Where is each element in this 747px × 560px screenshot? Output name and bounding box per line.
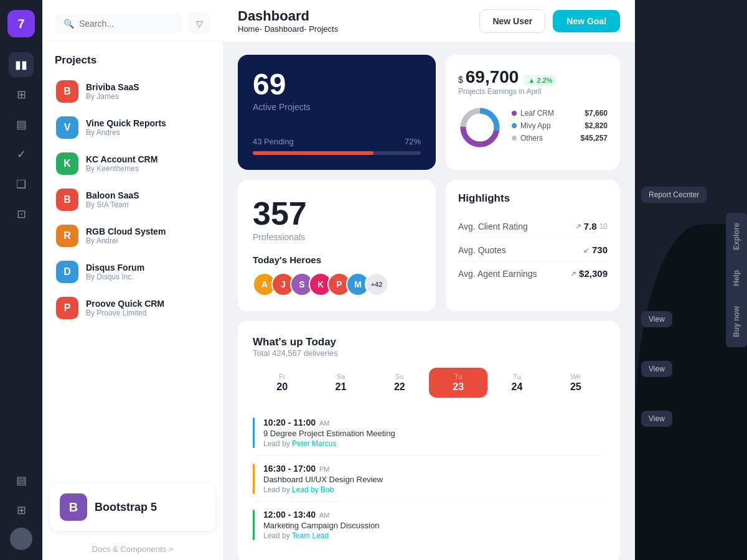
nav-icon-briefcase[interactable]: ⊡ [9,202,34,226]
bootstrap-banner[interactable]: B Bootstrap 5 [50,483,215,531]
active-projects-number: 69 [253,70,421,100]
legend-dot [512,123,517,128]
left-navigation: 7 ▮▮ ⊞ ▤ ✓ ❑ ⊡ ▤ ⊞ [0,0,42,560]
new-user-button[interactable]: New User [479,9,545,33]
date-item[interactable]: We 25 [547,368,605,398]
project-item[interactable]: B Briviba SaaS By James [50,74,215,109]
earnings-subtitle: Projects Earnings in April [458,87,608,96]
date-item[interactable]: Sa 21 [311,368,370,398]
project-logo: B [56,80,78,103]
filter-button[interactable]: ▽ [188,12,210,35]
date-item-active[interactable]: Tu 23 [429,368,487,398]
project-item[interactable]: V Vine Quick Reports By Andres [50,110,215,145]
project-item[interactable]: P Proove Quick CRM By Proove Limited [50,291,215,325]
nav-icon-grid[interactable]: ⊞ [9,82,34,107]
sidebar: 🔍 ▽ Projects B Briviba SaaS By James V V… [42,0,223,560]
heroes-title: Today's Heroes [253,254,421,265]
view-button-3[interactable]: View [641,411,672,427]
nav-icon-dashboard[interactable]: ▮▮ [9,52,34,77]
calendar-subtitle: Total 424,567 deliveries [253,348,605,358]
nav-icon-grid2[interactable]: ⊞ [9,498,34,523]
avatar-more: +42 [365,273,388,296]
bootstrap-icon: B [60,493,87,521]
nav-user-avatar[interactable] [10,528,32,550]
project-logo: B [56,189,78,211]
event-time: 10:20 - 11:00 AM [263,418,605,427]
nav-icon-layers[interactable]: ❑ [9,172,34,197]
event-lead-link[interactable]: Peter Marcus [292,439,336,448]
highlights-title: Highlights [458,192,608,205]
date-item[interactable]: Tu 24 [487,368,546,398]
breadcrumb: Home- Dashboard- Projects [238,24,338,34]
help-tab[interactable]: Help [726,260,747,296]
dollar-sign: $ [458,75,463,85]
view-button-2[interactable]: View [641,361,672,377]
new-goal-button[interactable]: New Goal [553,10,620,32]
event-lead-link[interactable]: Lead by Bob [292,485,334,494]
nav-icon-settings[interactable]: ▤ [9,468,34,493]
event-lead: Lead by Team Lead [263,531,605,540]
event-title: Dashboard UI/UX Design Review [263,475,605,484]
buy-now-tab[interactable]: Buy now [726,296,747,347]
calendar-card: What's up Today Total 424,567 deliveries… [238,321,620,560]
legend-item: Others $45,257 [512,134,608,142]
trend-up-icon: ↗ [570,269,576,278]
event-item: 12:00 - 13:40 AM Marketing Campaign Disc… [253,502,605,548]
search-input[interactable] [79,19,173,29]
bootstrap-text: Bootstrap 5 [95,501,157,514]
project-item[interactable]: B Baloon SaaS By SIA Team [50,182,215,217]
event-lead: Lead by Lead by Bob [263,485,605,494]
event-time: 16:30 - 17:00 PM [263,464,605,474]
progress-percent: 72% [405,137,421,146]
project-item[interactable]: K KC Account CRM By Keenthemes [50,146,215,181]
sidebar-footer[interactable]: Docs & Components > [42,538,223,560]
project-logo: R [56,225,78,247]
legend-item: Leaf CRM $7,660 [512,109,608,118]
nav-avatar[interactable]: 7 [7,10,35,37]
highlight-row: Avg. Quotes ↙ 730 [458,238,608,262]
highlight-row: Avg. Agent Earnings ↗ $2,309 [458,262,608,285]
right-tabs: Explore Help Buy now [726,213,747,347]
project-item[interactable]: D Disqus Forum By Disqus Inc. [50,254,215,289]
project-logo: P [56,297,78,319]
highlights-card: Highlights Avg. Client Rating ↗ 7.8 10 A… [446,180,620,311]
report-center-button[interactable]: Report Cecnter [641,187,707,203]
event-line [253,510,255,540]
right-panel: Report Cecnter View View View Explore He… [635,0,747,560]
nav-icon-check[interactable]: ✓ [9,142,34,167]
topbar-actions: New User New Goal [479,9,620,33]
event-title: Marketing Campaign Discussion [263,521,605,530]
project-item[interactable]: R RGB Cloud System By Andrei [50,218,215,253]
nav-icon-chart[interactable]: ▤ [9,112,34,137]
event-time: 12:00 - 13:40 AM [263,510,605,520]
highlight-row: Avg. Client Rating ↗ 7.8 10 [458,215,608,238]
legend-dot [512,111,517,116]
earnings-card: $ 69,700 ▲ 2.2% Projects Earnings in Apr… [446,55,620,170]
event-item: 10:20 - 11:00 AM 9 Degree Project Estima… [253,410,605,456]
project-logo: K [56,152,78,175]
earnings-amount: 69,700 [466,67,519,87]
legend-dot [512,136,517,141]
project-list: B Briviba SaaS By James V Vine Quick Rep… [42,74,223,476]
pending-label: 43 Pending [253,137,294,146]
date-item[interactable]: Su 22 [370,368,429,398]
event-line [253,464,255,494]
professionals-number: 357 [253,195,421,232]
view-button-1[interactable]: View [641,311,672,327]
search-box: 🔍 [55,14,182,34]
active-projects-label: Active Projects [253,102,421,112]
main-area: Dashboard Home- Dashboard- Projects New … [223,0,635,560]
event-title: 9 Degree Project Estimation Meeting [263,429,605,438]
progress-bar-background [253,151,421,155]
event-lead-link[interactable]: Team Lead [292,531,329,540]
date-item[interactable]: Fr 20 [253,368,311,398]
explore-tab[interactable]: Explore [726,213,747,260]
second-row: 357 Professionals Today's Heroes A J S K… [238,180,620,311]
content-area: 69 Active Projects 43 Pending 72% $ 69,7… [223,42,635,560]
calendar-title: What's up Today [253,336,605,348]
professionals-card: 357 Professionals Today's Heroes A J S K… [238,180,436,311]
event-item: 16:30 - 17:00 PM Dashboard UI/UX Design … [253,456,605,502]
project-logo: V [56,116,78,139]
stats-row: 69 Active Projects 43 Pending 72% $ 69,7… [238,55,620,170]
earnings-legend: Leaf CRM $7,660 Mivy App $2,820 Others $… [512,109,608,146]
